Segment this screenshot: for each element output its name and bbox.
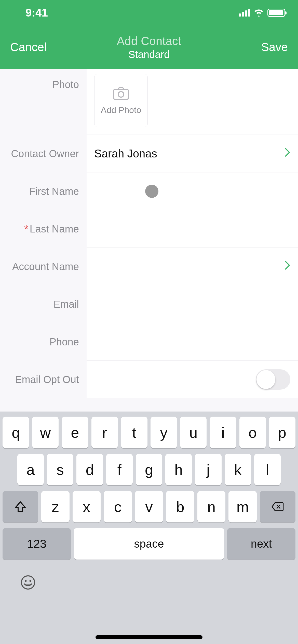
keyboard-row-3: z x c v b n m bbox=[3, 491, 295, 522]
key-t[interactable]: t bbox=[121, 417, 147, 448]
svg-point-2 bbox=[21, 576, 35, 589]
cancel-button[interactable]: Cancel bbox=[10, 40, 61, 54]
page-title: Add Contact bbox=[61, 34, 237, 48]
email-field[interactable] bbox=[87, 285, 298, 323]
key-numbers[interactable]: 123 bbox=[3, 528, 71, 560]
emoji-icon bbox=[20, 575, 36, 590]
save-button[interactable]: Save bbox=[237, 40, 288, 54]
shift-icon bbox=[14, 500, 27, 513]
key-n[interactable]: n bbox=[197, 491, 226, 522]
key-a[interactable]: a bbox=[17, 454, 44, 485]
chevron-right-icon bbox=[284, 260, 290, 273]
key-q[interactable]: q bbox=[3, 417, 29, 448]
key-next[interactable]: next bbox=[227, 528, 295, 560]
key-p[interactable]: p bbox=[269, 417, 295, 448]
key-i[interactable]: i bbox=[210, 417, 236, 448]
email-optout-cell bbox=[87, 361, 298, 398]
signal-icon bbox=[239, 9, 250, 17]
key-g[interactable]: g bbox=[136, 454, 162, 485]
key-b[interactable]: b bbox=[166, 491, 194, 522]
key-x[interactable]: x bbox=[73, 491, 101, 522]
camera-icon bbox=[113, 86, 129, 100]
key-s[interactable]: s bbox=[47, 454, 73, 485]
label-first-name: First Name bbox=[0, 172, 87, 210]
key-h[interactable]: h bbox=[165, 454, 192, 485]
account-name-field[interactable] bbox=[87, 248, 298, 285]
key-shift[interactable] bbox=[3, 491, 38, 522]
status-icons bbox=[239, 9, 285, 17]
label-email: Email bbox=[0, 285, 87, 323]
contact-owner-text: Sarah Jonas bbox=[94, 147, 157, 160]
chevron-right-icon bbox=[284, 147, 290, 160]
key-c[interactable]: c bbox=[104, 491, 132, 522]
row-first-name[interactable]: First Name bbox=[0, 172, 298, 210]
key-r[interactable]: r bbox=[91, 417, 118, 448]
row-email-optout: Email Opt Out bbox=[0, 361, 298, 398]
svg-point-1 bbox=[118, 92, 124, 97]
label-phone: Phone bbox=[0, 323, 87, 361]
key-v[interactable]: v bbox=[135, 491, 163, 522]
label-contact-owner: Contact Owner bbox=[0, 135, 87, 172]
battery-icon bbox=[267, 9, 285, 17]
row-contact-owner[interactable]: Contact Owner Sarah Jonas bbox=[0, 135, 298, 172]
email-optout-toggle[interactable] bbox=[256, 369, 290, 390]
svg-point-4 bbox=[30, 580, 31, 582]
key-j[interactable]: j bbox=[195, 454, 221, 485]
required-indicator: * bbox=[24, 223, 28, 235]
label-last-name-text: Last Name bbox=[30, 223, 79, 235]
navbar: Cancel Add Contact Standard Save bbox=[0, 25, 298, 69]
svg-rect-0 bbox=[113, 89, 129, 99]
add-photo-label: Add Photo bbox=[101, 105, 141, 115]
row-email[interactable]: Email bbox=[0, 285, 298, 323]
key-m[interactable]: m bbox=[228, 491, 257, 522]
keyboard: q w e r t y u i o p a s d f g h j k l z bbox=[0, 412, 298, 644]
wifi-icon bbox=[254, 9, 264, 17]
emoji-button[interactable] bbox=[20, 575, 36, 594]
key-k[interactable]: k bbox=[225, 454, 251, 485]
keyboard-footer bbox=[3, 565, 295, 601]
status-time: 9:41 bbox=[25, 6, 48, 19]
key-w[interactable]: w bbox=[32, 417, 59, 448]
text-cursor-indicator bbox=[145, 185, 158, 198]
key-backspace[interactable] bbox=[260, 491, 295, 522]
label-last-name: * Last Name bbox=[0, 210, 87, 248]
key-f[interactable]: f bbox=[106, 454, 133, 485]
last-name-field[interactable] bbox=[87, 210, 298, 248]
svg-point-3 bbox=[25, 580, 27, 582]
value-contact-owner[interactable]: Sarah Jonas bbox=[87, 135, 298, 172]
photo-cell: Add Photo bbox=[87, 69, 298, 135]
keyboard-row-bottom: 123 space next bbox=[3, 528, 295, 560]
key-u[interactable]: u bbox=[180, 417, 207, 448]
first-name-field[interactable] bbox=[87, 172, 298, 210]
label-photo: Photo bbox=[0, 69, 87, 135]
row-photo: Photo Add Photo bbox=[0, 69, 298, 135]
toggle-knob bbox=[256, 370, 275, 389]
navbar-title-group: Add Contact Standard bbox=[61, 34, 237, 60]
row-last-name[interactable]: * Last Name bbox=[0, 210, 298, 248]
key-space[interactable]: space bbox=[74, 528, 224, 560]
label-account-name: Account Name bbox=[0, 248, 87, 285]
phone-field[interactable] bbox=[87, 323, 298, 361]
key-y[interactable]: y bbox=[151, 417, 177, 448]
row-account-name[interactable]: Account Name bbox=[0, 248, 298, 285]
page-subtitle: Standard bbox=[61, 49, 237, 60]
home-indicator[interactable] bbox=[96, 635, 202, 639]
row-phone[interactable]: Phone bbox=[0, 323, 298, 361]
key-l[interactable]: l bbox=[254, 454, 281, 485]
keyboard-row-1: q w e r t y u i o p bbox=[3, 417, 295, 448]
add-photo-button[interactable]: Add Photo bbox=[94, 74, 148, 127]
label-email-optout: Email Opt Out bbox=[0, 361, 87, 398]
status-bar: 9:41 bbox=[0, 0, 298, 25]
backspace-icon bbox=[271, 500, 284, 513]
key-d[interactable]: d bbox=[76, 454, 103, 485]
key-z[interactable]: z bbox=[41, 491, 70, 522]
key-o[interactable]: o bbox=[239, 417, 266, 448]
keyboard-row-2: a s d f g h j k l bbox=[3, 454, 295, 485]
key-e[interactable]: e bbox=[62, 417, 88, 448]
